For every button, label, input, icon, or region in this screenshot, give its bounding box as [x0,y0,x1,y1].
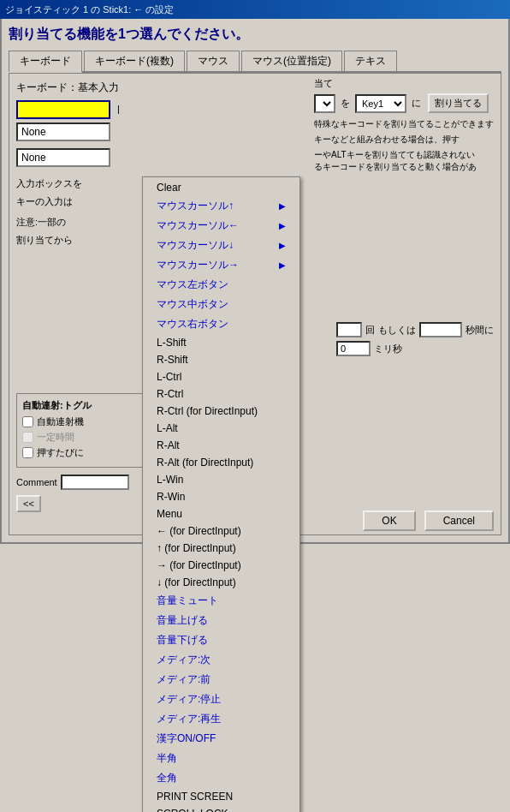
menu-item-label-16: L-Win [157,474,183,486]
menu-item-10[interactable]: L-Ctrl [143,368,299,385]
submenu-arrow-2: ▶ [279,221,286,230]
main-window: 割り当てる機能を1つ選んでください。 キーボード キーボード(複数) マウス マ… [0,19,510,544]
menu-item-24[interactable]: 音量上げる [143,611,299,630]
sec-input[interactable] [419,322,462,337]
menu-item-8[interactable]: L-Shift [143,334,299,351]
menu-item-20[interactable]: ↑ (for DirectInput) [143,540,299,557]
menu-item-6[interactable]: マウス中ボタン [143,295,299,314]
each-press-label: 押すたびに [37,446,84,459]
menu-item-19[interactable]: ← (for DirectInput) [143,522,299,540]
tab-mouse-position[interactable]: マウス(位置指定) [241,51,342,71]
tab-keyboard[interactable]: キーボード [9,51,82,73]
menu-item-label-13: L-Alt [157,422,178,434]
submenu-arrow-3: ▶ [279,241,286,250]
info-text-3: 注意:一部の [16,216,136,229]
menu-item-2[interactable]: マウスカーソル←▶ [143,216,299,236]
each-press-row: 押すたびに [22,446,139,459]
ok-button[interactable]: OK [363,510,415,531]
auto-section: 自動連射:トグル 自動連射機 一定時間 押すたびに [16,393,145,468]
menu-item-29[interactable]: メディア:再生 [143,709,299,729]
menu-item-32[interactable]: 全角 [143,768,299,788]
menu-item-21[interactable]: → (for DirectInput) [143,557,299,574]
tab-bar: キーボード キーボード(複数) マウス マウス(位置指定) テキス [9,51,501,73]
submenu-arrow-1: ▶ [279,201,286,211]
menu-item-33[interactable]: PRINT SCREEN [143,788,299,805]
menu-item-23[interactable]: 音量ミュート [143,591,299,611]
cancel-button[interactable]: Cancel [424,510,494,531]
menu-item-26[interactable]: メディア:次 [143,650,299,670]
ms-label: ミリ秒 [374,343,402,355]
menu-item-27[interactable]: メディア:前 [143,670,299,690]
menu-item-label-32: 全角 [157,771,177,785]
menu-item-label-5: マウス左ボタン [157,278,228,292]
menu-item-15[interactable]: R-Alt (for DirectInput) [143,454,299,471]
button-row: OK Cancel [363,510,494,531]
submenu-arrow-4: ▶ [279,260,286,270]
assign-button[interactable]: 割り当てる [428,93,489,113]
tab-mouse[interactable]: マウス [187,51,240,71]
menu-item-label-14: R-Alt [157,439,180,451]
menu-item-label-29: メディア:再生 [157,712,221,726]
key1-select[interactable]: Key1 [355,94,406,113]
menu-item-13[interactable]: L-Alt [143,420,299,437]
menu-item-9[interactable]: R-Shift [143,351,299,368]
assign-row: ▼ を Key1 に 割り当てる [314,93,494,113]
menu-item-label-33: PRINT SCREEN [157,791,233,803]
tab-keyboard-multi[interactable]: キーボード(複数) [84,51,185,71]
menu-item-label-0: Clear [157,182,181,194]
each-press-checkbox[interactable] [22,447,33,458]
direction-select[interactable]: ▼ [314,94,335,113]
menu-item-7[interactable]: マウス右ボタン [143,314,299,334]
menu-item-12[interactable]: R-Ctrl (for DirectInput) [143,403,299,420]
menu-item-1[interactable]: マウスカーソル↑▶ [143,196,299,216]
menu-item-label-3: マウスカーソル↓ [157,238,234,253]
fixed-time-checkbox[interactable] [22,432,33,443]
menu-item-label-27: メディア:前 [157,672,211,687]
info-text-1: 入力ボックスを [16,177,136,190]
none-input-2[interactable] [16,148,110,167]
key-input-box[interactable] [16,100,110,119]
menu-item-label-15: R-Alt (for DirectInput) [157,457,253,469]
menu-item-label-6: マウス中ボタン [157,297,228,312]
auto-fire-label: 自動連射機 [37,415,84,428]
menu-item-4[interactable]: マウスカーソル→▶ [143,255,299,275]
times-input[interactable] [336,322,362,337]
menu-item-31[interactable]: 半角 [143,749,299,768]
menu-item-28[interactable]: メディア:停止 [143,690,299,709]
comment-input[interactable] [61,475,129,490]
ni-label: に [412,97,421,110]
menu-item-label-12: R-Ctrl (for DirectInput) [157,405,258,417]
none-input-1[interactable] [16,122,110,141]
auto-fire-checkbox[interactable] [22,416,33,427]
menu-item-25[interactable]: 音量下げる [143,630,299,650]
wo-label: を [341,97,350,110]
menu-item-label-17: R-Win [157,491,185,503]
title-text: ジョイスティック 1 の Stick1: ← の設定 [5,3,174,16]
menu-item-3[interactable]: マウスカーソル↓▶ [143,236,299,255]
menu-item-22[interactable]: ↓ (for DirectInput) [143,574,299,591]
special-key-info: 特殊なキーコードを割り当てることができます [314,118,494,130]
menu-item-17[interactable]: R-Win [143,488,299,505]
menu-item-label-24: 音量上げる [157,613,208,628]
info-text-2: キーの入力は [16,195,136,208]
menu-item-0[interactable]: Clear [143,179,299,196]
tab-text[interactable]: テキス [344,51,397,71]
ms-input-field[interactable] [336,341,371,356]
auto-label: 自動連射:トグル [22,399,139,412]
nav-back-button[interactable]: << [16,495,41,512]
menu-item-14[interactable]: R-Alt [143,437,299,454]
menu-item-34[interactable]: SCROLL LOCK [143,805,299,812]
menu-item-18[interactable]: Menu [143,505,299,522]
right-auto-panel: 回 もしくは 秒間に ミリ秒 [336,322,494,356]
sec-label: 秒間に [466,324,494,337]
menu-item-16[interactable]: L-Win [143,471,299,488]
menu-item-label-4: マウスカーソル→ [157,258,239,272]
alt-key-info: ーやALTキーを割り当てても認識されないるキーコードを割り当てると動く場合があ [314,149,494,173]
menu-item-label-7: マウス右ボタン [157,317,228,331]
menu-item-11[interactable]: R-Ctrl [143,385,299,403]
menu-item-30[interactable]: 漢字ON/OFF [143,729,299,749]
info-text-4: 割り当てから [16,234,136,247]
combo-key-info: キーなどと組み合わせる場合は、押す [314,134,494,146]
menu-item-5[interactable]: マウス左ボタン [143,275,299,295]
context-menu: Clearマウスカーソル↑▶マウスカーソル←▶マウスカーソル↓▶マウスカーソル→… [142,176,300,812]
